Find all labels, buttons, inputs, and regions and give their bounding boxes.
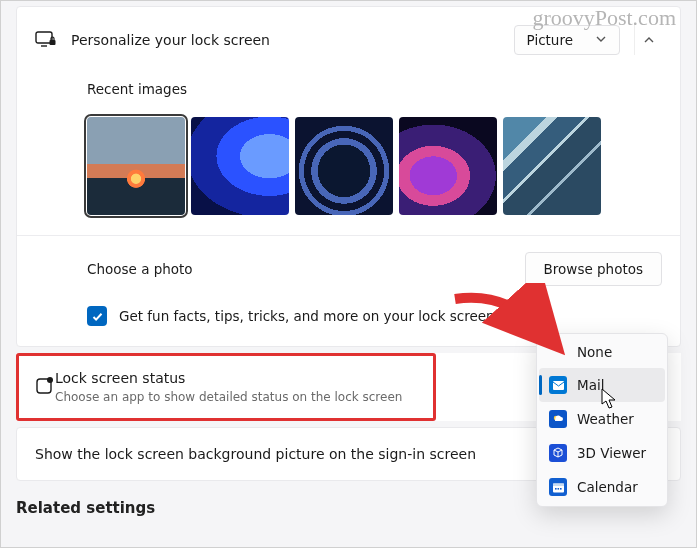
svg-rect-10 [560,488,562,490]
flyout-item-3d-viewer[interactable]: 3D Viewer [539,436,665,470]
flyout-item-calendar[interactable]: Calendar [539,470,665,504]
svg-rect-7 [553,483,564,486]
recent-image-thumb[interactable] [87,117,185,215]
personalize-title: Personalize your lock screen [71,32,514,48]
personalize-card: Personalize your lock screen Picture Rec… [16,6,681,347]
recent-image-thumb[interactable] [399,117,497,215]
svg-rect-1 [50,40,56,45]
svg-rect-9 [557,488,559,490]
status-app-flyout: None Mail Weather 3D Viewer Calendar [536,333,668,507]
svg-rect-8 [555,488,557,490]
cube-icon [549,444,567,462]
svg-point-3 [47,377,53,383]
mail-icon [549,376,567,394]
collapse-button[interactable] [634,25,662,55]
weather-icon [549,410,567,428]
choose-photo-label: Choose a photo [87,261,193,277]
calendar-icon [549,478,567,496]
fun-facts-checkbox[interactable] [87,306,107,326]
status-subtitle: Choose an app to show detailed status on… [55,390,402,404]
flyout-item-none[interactable]: None [539,336,665,368]
browse-photos-button[interactable]: Browse photos [525,252,662,286]
recent-images-label: Recent images [87,81,187,97]
monitor-lock-icon [35,31,57,49]
recent-images-strip [17,109,680,235]
flyout-item-mail[interactable]: Mail [539,368,665,402]
lock-screen-status-setting[interactable]: Lock screen status Choose an app to show… [16,353,436,421]
recent-image-thumb[interactable] [295,117,393,215]
recent-image-thumb[interactable] [503,117,601,215]
dropdown-value: Picture [527,32,573,48]
status-app-icon [35,376,55,399]
lockscreen-source-dropdown[interactable]: Picture [514,25,620,55]
signin-label: Show the lock screen background picture … [35,446,476,462]
fun-facts-label: Get fun facts, tips, tricks, and more on… [119,308,495,324]
flyout-item-weather[interactable]: Weather [539,402,665,436]
recent-image-thumb[interactable] [191,117,289,215]
status-title: Lock screen status [55,370,402,386]
chevron-down-icon [595,32,607,48]
